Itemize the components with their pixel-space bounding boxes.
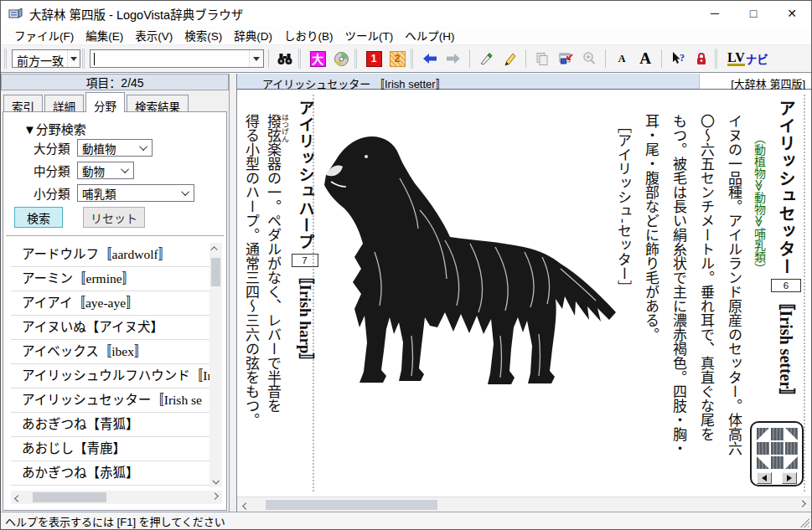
nav-center-icon[interactable]	[771, 442, 784, 455]
scroll-left-button[interactable]	[11, 491, 23, 503]
search-input[interactable]	[91, 50, 249, 67]
scroll-up-button[interactable]	[209, 243, 221, 255]
font-larger-button[interactable]: A	[634, 48, 656, 69]
font-smaller-button[interactable]: A	[611, 48, 633, 69]
nav-down-left-icon[interactable]	[757, 456, 769, 469]
list-item[interactable]: アイベックス〚ibex〛	[11, 340, 209, 364]
font-large-icon: A	[639, 49, 651, 68]
nav-down-icon[interactable]	[771, 456, 784, 469]
nav-right-icon[interactable]	[785, 442, 798, 455]
field-search-title[interactable]: ▼分野検索	[23, 120, 86, 137]
next-entry-button[interactable]	[782, 472, 797, 484]
group-2-button[interactable]: 2	[386, 48, 408, 69]
nav-up-icon[interactable]	[771, 428, 784, 440]
window-jump-button[interactable]	[555, 48, 577, 69]
tab-search-results[interactable]: 検索結果	[127, 95, 189, 111]
toolbar-grip[interactable]	[4, 49, 10, 69]
chevron-up-icon	[210, 246, 217, 253]
search-execute-button[interactable]	[274, 48, 296, 69]
list-vertical-scrollbar[interactable]	[209, 243, 222, 487]
menu-edit[interactable]: 編集(E)	[80, 25, 129, 45]
left-panel: 項目：2/45 索引 詳細 分野 検索結果 ▼分野検索 大分類 動植物 中分類	[1, 74, 230, 512]
minimize-button[interactable]: ─	[696, 1, 734, 26]
scrollbar-thumb[interactable]	[211, 258, 220, 286]
entry-horizontal-scrollbar[interactable]	[237, 497, 811, 512]
nav-up-right-icon[interactable]	[785, 428, 798, 440]
lv-icon: LV	[727, 51, 745, 66]
scroll-right-button[interactable]	[796, 499, 811, 511]
toolbar-grip[interactable]	[715, 49, 721, 69]
nav-left-icon[interactable]	[757, 442, 769, 455]
nav-down-right-icon[interactable]	[785, 456, 798, 469]
menu-bookmark[interactable]: しおり(B)	[278, 25, 339, 45]
harp-entry: アイリッシュハープ7〚Irish harp〛 撥弦はつげん楽器の一。ペダルがなく…	[240, 95, 318, 497]
maximize-button[interactable]: □	[734, 1, 773, 26]
resize-grip[interactable]	[799, 517, 809, 527]
list-item[interactable]: アイアイ〚aye-aye〛	[11, 291, 209, 316]
match-mode-drop-button[interactable]	[67, 50, 80, 67]
toolbar-grip[interactable]	[298, 49, 304, 69]
bookmark-pen-icon	[478, 51, 494, 66]
bookmark-pen-button[interactable]	[475, 48, 497, 69]
list-item[interactable]: アイリッシュセッター〚Irish se	[11, 388, 209, 413]
field-search-button[interactable]: 検索	[14, 207, 63, 228]
minor-category-select[interactable]: 哺乳類	[77, 184, 194, 202]
forward-button[interactable]	[442, 48, 464, 69]
prev-entry-button[interactable]	[757, 472, 772, 484]
tab-index[interactable]: 索引	[3, 95, 43, 111]
toolbar-grip[interactable]	[411, 49, 416, 69]
menu-tools[interactable]: ツール(T)	[339, 25, 400, 45]
menu-file[interactable]: ファイル(F)	[8, 25, 80, 45]
list-item[interactable]: あおぎつね【青狐】	[11, 413, 209, 437]
marker-pen-button[interactable]	[499, 48, 520, 69]
setter-definition-col2: 〇～六五センチメートル。垂れ耳で、真直ぐな尾を	[693, 95, 718, 497]
copy-button[interactable]	[531, 48, 553, 69]
binoculars-icon	[277, 52, 293, 65]
menu-dictionary[interactable]: 辞典(D)	[228, 25, 278, 45]
toolbar-grip[interactable]	[82, 49, 88, 69]
dai-dictionary-button[interactable]: 大	[307, 48, 328, 69]
tab-detail[interactable]: 詳細	[44, 95, 84, 111]
menu-view[interactable]: 表示(V)	[129, 25, 178, 45]
title-bar: 大辞林 第四版 - LogoVista辞典ブラウザ ─ □ ✕	[1, 1, 811, 26]
field-reset-button[interactable]: リセット	[83, 207, 145, 228]
list-item[interactable]: アイリッシュウルフハウンド〚Ir	[11, 364, 209, 388]
zoom-in-icon	[582, 51, 597, 66]
scrollbar-thumb[interactable]	[33, 492, 106, 502]
search-drop-button[interactable]	[249, 50, 263, 67]
scrollbar-thumb[interactable]	[266, 500, 437, 510]
context-help-button[interactable]: ?	[667, 48, 689, 69]
nav-up-left-icon[interactable]	[757, 428, 769, 440]
scroll-down-button[interactable]	[209, 476, 221, 487]
close-button[interactable]: ✕	[773, 1, 811, 26]
middle-category-select[interactable]: 動物	[77, 162, 134, 179]
match-mode-combobox[interactable]: 前方一致	[12, 49, 80, 68]
lock-button[interactable]	[690, 48, 712, 69]
zoom-in-button[interactable]	[578, 48, 600, 69]
search-combobox[interactable]	[90, 49, 264, 68]
font-small-icon: A	[618, 53, 626, 65]
workspace: 項目：2/45 索引 詳細 分野 検索結果 ▼分野検索 大分類 動植物 中分類	[1, 74, 811, 512]
menu-search[interactable]: 検索(S)	[178, 25, 228, 45]
chevron-left-icon	[14, 495, 21, 502]
list-item[interactable]: アードウルフ〚aardwolf〛	[11, 243, 209, 267]
major-category-row: 大分類 動植物	[34, 139, 153, 157]
page-navigation-pad[interactable]	[750, 421, 804, 486]
list-item[interactable]: アイヌいぬ【アイヌ犬】	[11, 316, 209, 340]
back-button[interactable]	[419, 48, 441, 69]
forward-arrow-icon	[445, 53, 462, 64]
group-1-button[interactable]: 1	[363, 48, 385, 69]
list-item[interactable]: あかぎつね【赤狐】	[11, 461, 209, 486]
chevron-left-icon	[242, 502, 249, 509]
lv-navi-button[interactable]: LV ナビ	[722, 50, 773, 67]
toolbar-grip[interactable]	[354, 49, 360, 69]
menu-help[interactable]: ヘルプ(H)	[399, 25, 460, 45]
major-category-select[interactable]: 動植物	[77, 139, 153, 157]
list-item[interactable]: あおじし【青鹿】	[11, 437, 209, 461]
scroll-left-button[interactable]	[237, 499, 252, 511]
list-item[interactable]: アーミン〚ermine〛	[11, 267, 209, 291]
list-horizontal-scrollbar[interactable]	[11, 491, 222, 504]
disc-button[interactable]	[330, 48, 352, 69]
scroll-right-button[interactable]	[210, 491, 222, 503]
tab-field[interactable]: 分野	[85, 92, 125, 112]
